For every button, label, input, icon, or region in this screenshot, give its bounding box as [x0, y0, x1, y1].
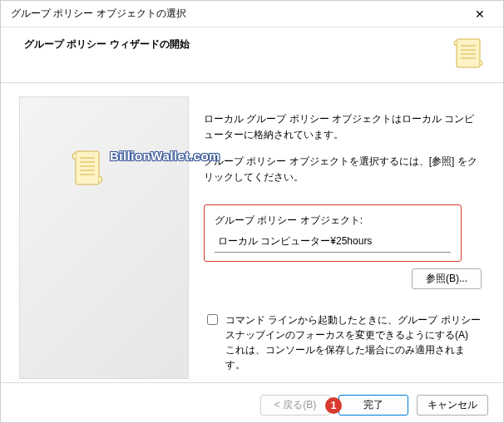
scroll-icon — [70, 147, 106, 190]
main-panel: ローカル グループ ポリシー オブジェクトはローカル コンピューターに格納されて… — [204, 96, 487, 382]
titlebar: グループ ポリシー オブジェクトの選択 ✕ — [1, 1, 503, 27]
gpo-value-field[interactable]: ローカル コンピューター¥25hours — [215, 233, 451, 253]
wizard-footer: < 戻る(B) 完了 キャンセル 1 — [1, 382, 503, 423]
wizard-content: BillionWallet.com ローカル グループ ポリシー オブジェクトは… — [1, 83, 503, 382]
focus-change-checkbox[interactable] — [207, 314, 218, 325]
checkbox-text-wrap: コマンド ラインから起動したときに、グループ ポリシー スナップインのフォーカス… — [225, 312, 482, 372]
gpo-label: グループ ポリシー オブジェクト: — [215, 214, 451, 228]
description-2: グループ ポリシー オブジェクトを選択するには、[参照] をクリックしてください… — [204, 154, 482, 184]
wizard-header: グループ ポリシー ウィザードの開始 — [1, 27, 503, 83]
description-1: ローカル グループ ポリシー オブジェクトはローカル コンピューターに格納されて… — [204, 111, 482, 142]
finish-button[interactable]: 完了 — [338, 395, 408, 416]
cancel-button[interactable]: キャンセル — [417, 395, 488, 416]
checkbox-label: コマンド ラインから起動したときに、グループ ポリシー スナップインのフォーカス… — [225, 314, 481, 341]
annotation-badge-1: 1 — [325, 397, 342, 414]
close-icon[interactable]: ✕ — [463, 2, 497, 26]
gpo-highlight-box: グループ ポリシー オブジェクト: ローカル コンピューター¥25hours — [204, 204, 462, 262]
back-button[interactable]: < 戻る(B) — [260, 395, 330, 416]
side-graphic-panel: BillionWallet.com — [19, 96, 189, 379]
browse-button[interactable]: 参照(B)... — [412, 268, 482, 289]
svg-rect-5 — [76, 151, 99, 184]
scroll-icon — [452, 36, 487, 71]
svg-rect-0 — [457, 39, 480, 67]
watermark-text: BillionWallet.com — [110, 149, 220, 163]
window-title: グループ ポリシー オブジェクトの選択 — [11, 7, 186, 21]
checkbox-note: これは、コンソールを保存した場合にのみ適用されます。 — [225, 344, 465, 371]
wizard-title: グループ ポリシー ウィザードの開始 — [24, 36, 190, 52]
